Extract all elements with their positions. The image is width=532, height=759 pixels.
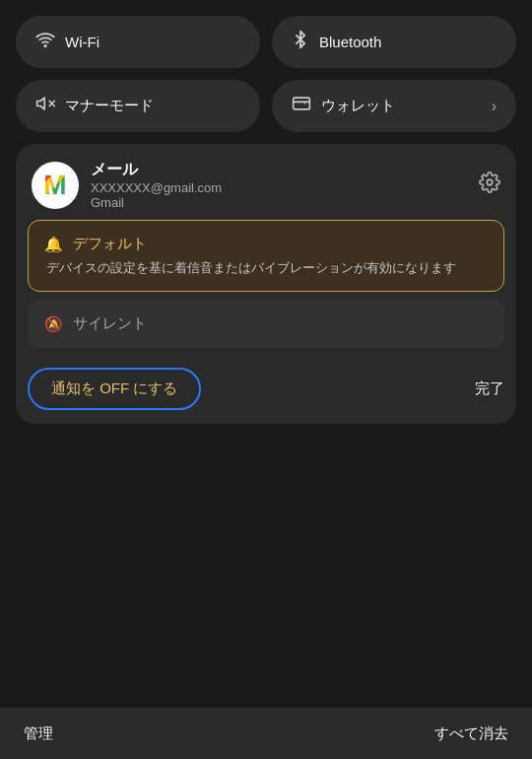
quick-settings-panel: Wi-Fi Bluetooth マナーモード bbox=[0, 0, 532, 132]
wallet-tile-left: ウォレット bbox=[292, 94, 395, 118]
bluetooth-label: Bluetooth bbox=[319, 34, 381, 50]
bluetooth-icon bbox=[292, 30, 309, 54]
turn-off-notifications-button[interactable]: 通知を OFF にする bbox=[28, 368, 201, 410]
svg-point-0 bbox=[44, 45, 46, 47]
notification-service: Gmail bbox=[91, 195, 467, 210]
default-option-header: 🔔 デフォルト bbox=[44, 235, 488, 253]
wifi-label: Wi-Fi bbox=[65, 34, 100, 50]
silent-option-label: サイレント bbox=[73, 314, 147, 333]
default-option-desc: デバイスの設定を基に着信音またはバイブレーションが有効になります bbox=[44, 259, 488, 277]
svg-point-5 bbox=[487, 179, 493, 185]
notification-app-name: メール bbox=[91, 160, 467, 180]
volume-icon bbox=[35, 94, 55, 118]
wifi-tile[interactable]: Wi-Fi bbox=[16, 16, 260, 68]
bell-slash-icon: 🔕 bbox=[44, 315, 63, 333]
svg-rect-4 bbox=[294, 98, 310, 109]
notification-options: 🔔 デフォルト デバイスの設定を基に着信音またはバイブレーションが有効になります… bbox=[16, 220, 516, 360]
clear-all-button[interactable]: すべて消去 bbox=[434, 724, 508, 743]
wifi-icon bbox=[35, 30, 55, 54]
bottom-action-bar: 管理 すべて消去 bbox=[0, 708, 532, 759]
silent-option-header: 🔕 サイレント bbox=[44, 314, 488, 333]
notification-header: M メール XXXXXXX@gmail.com Gmail bbox=[16, 144, 516, 220]
bluetooth-tile[interactable]: Bluetooth bbox=[272, 16, 516, 68]
svg-marker-1 bbox=[37, 98, 45, 109]
bell-icon: 🔔 bbox=[44, 236, 63, 253]
notification-email: XXXXXXX@gmail.com bbox=[91, 180, 467, 195]
silent-mode-tile[interactable]: マナーモード bbox=[16, 80, 260, 132]
notification-app-info: メール XXXXXXX@gmail.com Gmail bbox=[91, 160, 467, 210]
silent-mode-label: マナーモード bbox=[65, 97, 154, 115]
gmail-m-letter: M bbox=[43, 170, 66, 201]
wallet-label: ウォレット bbox=[321, 97, 395, 115]
gmail-app-icon: M bbox=[32, 162, 79, 209]
wallet-arrow-icon: › bbox=[492, 98, 497, 115]
settings-icon[interactable] bbox=[479, 172, 500, 198]
wallet-tile[interactable]: ウォレット › bbox=[272, 80, 516, 132]
default-option-label: デフォルト bbox=[73, 235, 147, 253]
notification-actions: 通知を OFF にする 完了 bbox=[16, 360, 516, 424]
notification-option-silent[interactable]: 🔕 サイレント bbox=[28, 300, 504, 348]
done-button[interactable]: 完了 bbox=[475, 380, 504, 398]
notification-option-default[interactable]: 🔔 デフォルト デバイスの設定を基に着信音またはバイブレーションが有効になります bbox=[28, 220, 504, 292]
notification-panel: M メール XXXXXXX@gmail.com Gmail 🔔 デフォルト デバ… bbox=[16, 144, 516, 424]
manage-button[interactable]: 管理 bbox=[24, 724, 53, 743]
wallet-icon bbox=[292, 94, 311, 118]
